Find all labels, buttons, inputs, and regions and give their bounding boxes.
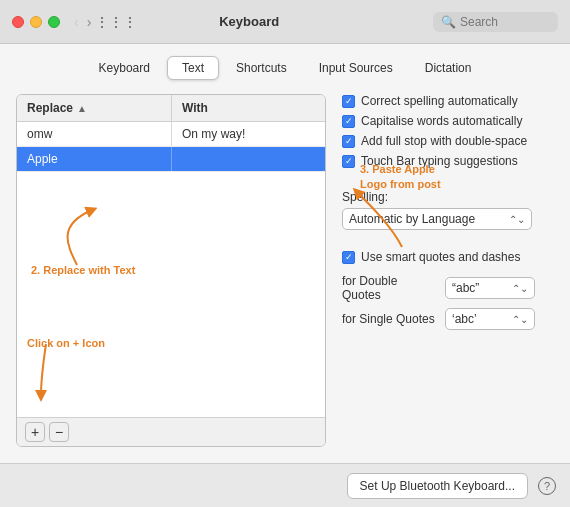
search-icon: 🔍 (441, 15, 456, 29)
dropdown-chevron-icon: ⌃⌄ (509, 214, 525, 225)
tab-bar: Keyboard Text Shortcuts Input Sources Di… (16, 56, 554, 80)
cell-replace-omw: omw (17, 122, 172, 146)
remove-row-button[interactable]: − (49, 422, 69, 442)
table-footer: + − (17, 417, 325, 446)
cell-with-omw: On my way! (172, 122, 325, 146)
checkbox-correct-spelling: Correct spelling automatically (342, 94, 554, 108)
checkbox-full-stop: Add full stop with double-space (342, 134, 554, 148)
help-button[interactable]: ? (538, 477, 556, 495)
tab-input-sources[interactable]: Input Sources (304, 56, 408, 80)
table-row[interactable]: omw On my way! (17, 122, 325, 147)
tab-text[interactable]: Text (167, 56, 219, 80)
checkbox-capitalise: Capitalise words automatically (342, 114, 554, 128)
cell-replace-apple: Apple (17, 147, 172, 171)
maximize-button[interactable] (48, 16, 60, 28)
double-quotes-chevron-icon: ⌃⌄ (512, 283, 528, 294)
single-quotes-label: for Single Quotes (342, 312, 437, 326)
titlebar: ‹ › ⋮⋮⋮ Keyboard 🔍 (0, 0, 570, 44)
single-quotes-value: ‘abc’ (452, 312, 477, 326)
col-with-header: With (172, 95, 325, 121)
single-quotes-chevron-icon: ⌃⌄ (512, 314, 528, 325)
bottom-bar: Set Up Bluetooth Keyboard... ? (0, 463, 570, 507)
main-panel: Replace ▲ With omw On my way! Apple (16, 94, 554, 447)
checkbox-capitalise-input[interactable] (342, 115, 355, 128)
content-area: Keyboard Text Shortcuts Input Sources Di… (0, 44, 570, 463)
add-row-button[interactable]: + (25, 422, 45, 442)
minimize-button[interactable] (30, 16, 42, 28)
table-header: Replace ▲ With (17, 95, 325, 122)
table-row-selected[interactable]: Apple (17, 147, 325, 172)
single-quotes-dropdown[interactable]: ‘abc’ ⌃⌄ (445, 308, 535, 330)
double-quotes-row: for Double Quotes “abc” ⌃⌄ (342, 274, 554, 302)
double-quotes-label: for Double Quotes (342, 274, 437, 302)
tab-dictation[interactable]: Dictation (410, 56, 487, 80)
close-button[interactable] (12, 16, 24, 28)
checkbox-full-stop-label: Add full stop with double-space (361, 134, 527, 148)
arrow-paste-logo (352, 187, 412, 257)
traffic-lights (12, 16, 60, 28)
cell-with-apple (172, 147, 325, 171)
table-body: omw On my way! Apple (17, 122, 325, 417)
search-box: 🔍 (433, 12, 558, 32)
checkbox-correct-spelling-label: Correct spelling automatically (361, 94, 518, 108)
search-input[interactable] (460, 15, 550, 29)
checkbox-full-stop-input[interactable] (342, 135, 355, 148)
window-title: Keyboard (65, 14, 433, 29)
tab-keyboard[interactable]: Keyboard (84, 56, 165, 80)
checkbox-correct-spelling-input[interactable] (342, 95, 355, 108)
sort-arrow-icon: ▲ (77, 103, 87, 114)
annotation-paste-logo: 3. Paste AppleLogo from post (360, 162, 441, 193)
quotes-section: for Double Quotes “abc” ⌃⌄ for Single Qu… (342, 274, 554, 330)
settings-section: Correct spelling automatically Capitalis… (342, 94, 554, 447)
col-replace-header: Replace ▲ (17, 95, 172, 121)
checkbox-touch-bar-input[interactable] (342, 155, 355, 168)
single-quotes-row: for Single Quotes ‘abc’ ⌃⌄ (342, 308, 554, 330)
double-quotes-dropdown[interactable]: “abc” ⌃⌄ (445, 277, 535, 299)
double-quotes-value: “abc” (452, 281, 479, 295)
text-table: Replace ▲ With omw On my way! Apple (16, 94, 326, 447)
checkbox-capitalise-label: Capitalise words automatically (361, 114, 522, 128)
tab-shortcuts[interactable]: Shortcuts (221, 56, 302, 80)
bluetooth-keyboard-button[interactable]: Set Up Bluetooth Keyboard... (347, 473, 528, 499)
